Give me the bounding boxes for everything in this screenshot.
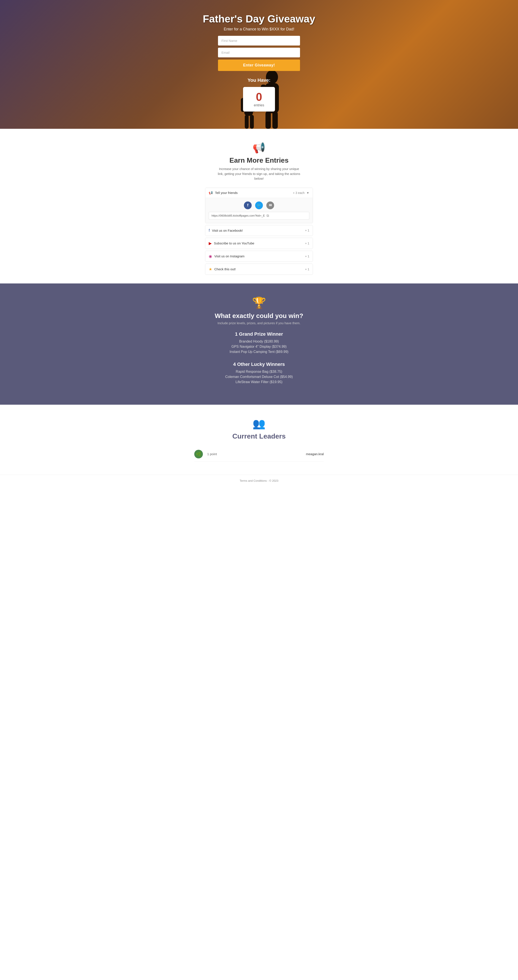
action-check-this-out-header[interactable]: ★ Check this out! + 1 xyxy=(205,264,313,275)
tell-friends-points: + 3 each xyxy=(293,191,304,194)
check-this-out-points: + 1 xyxy=(305,267,309,271)
action-tell-friends: 📢 Tell your friends + 3 each ▼ f 🐦 ✉ htt… xyxy=(205,188,313,223)
leader-avatar-icon: 🌿 xyxy=(196,452,201,457)
you-have-section: You Have: 0 entries xyxy=(243,78,275,111)
action-check-this-out: ★ Check this out! + 1 xyxy=(205,264,313,275)
visit-instagram-label: Visit us on Instagram xyxy=(214,255,245,258)
action-tell-friends-header[interactable]: 📢 Tell your friends + 3 each ▼ xyxy=(205,188,313,198)
prize-title: What exactly could you win? xyxy=(215,312,303,320)
hero-form: Enter Giveaway! xyxy=(218,36,300,71)
twitter-share-icon[interactable]: 🐦 xyxy=(255,202,263,209)
action-subscribe-youtube-header[interactable]: ▶ Subscribe to us on YouTube + 1 xyxy=(205,238,313,249)
action-visit-facebook-header[interactable]: f Visit us on Facebook! + 1 xyxy=(205,225,313,236)
trophy-icon: 🏆 xyxy=(252,296,266,310)
leaders-list: 🌿 1 point meagan.kral xyxy=(194,447,324,461)
entries-label: entries xyxy=(254,103,264,107)
star-icon: ★ xyxy=(209,267,212,272)
share-link-text: https://0608cb85.kickoffpages.com?kid=_E xyxy=(212,214,265,217)
you-have-label: You Have: xyxy=(243,78,275,83)
entries-count: 0 xyxy=(254,91,264,102)
prize-item-4: Rapid Response Bag ($38.75) xyxy=(225,370,293,374)
footer-copyright-year: © 2023 xyxy=(269,479,279,482)
svg-rect-5 xyxy=(273,111,278,129)
subscribe-youtube-label: Subscribe to us on YouTube xyxy=(214,242,254,245)
hero-subtitle: Enter for a Chance to Win $XXX for Dad! xyxy=(223,27,294,32)
tell-friends-expanded: f 🐦 ✉ https://0608cb85.kickoffpages.com?… xyxy=(205,198,313,223)
leaders-section: 👥 Current Leaders 🌿 1 point meagan.kral xyxy=(0,405,518,474)
email-input[interactable] xyxy=(218,48,300,57)
action-visit-instagram-header[interactable]: ◉ Visit us on Instagram + 1 xyxy=(205,251,313,262)
prize-item-5: Coleman Comfortsmart Deluxe Cot ($54.99) xyxy=(225,375,293,379)
share-link-row: https://0608cb85.kickoffpages.com?kid=_E… xyxy=(209,212,309,220)
people-icon: 👥 xyxy=(252,418,266,430)
visit-facebook-label: Visit us on Facebook! xyxy=(212,229,243,232)
other-winners-title: 4 Other Lucky Winners xyxy=(225,361,293,367)
prize-description: Include prize levels, prizes, and pictur… xyxy=(218,321,300,325)
earn-section: 📢 Earn More Entries Increase your chance… xyxy=(0,129,518,283)
leader-name: meagan.kral xyxy=(306,452,324,456)
leaders-title: Current Leaders xyxy=(232,432,285,440)
earn-description: Increase your chance of winning by shari… xyxy=(216,167,302,181)
instagram-icon: ◉ xyxy=(209,254,212,259)
terms-link[interactable]: Terms and Conditions xyxy=(239,479,267,482)
svg-rect-10 xyxy=(245,115,249,129)
actions-list: 📢 Tell your friends + 3 each ▼ f 🐦 ✉ htt… xyxy=(205,188,313,275)
check-this-out-label: Check this out! xyxy=(214,267,236,271)
subscribe-youtube-points: + 1 xyxy=(305,242,309,245)
action-subscribe-youtube: ▶ Subscribe to us on YouTube + 1 xyxy=(205,238,313,249)
grand-prize-title: 1 Grand Prize Winner xyxy=(230,331,288,337)
email-share-icon[interactable]: ✉ xyxy=(266,202,274,209)
visit-facebook-points: + 1 xyxy=(305,229,309,232)
social-share-icons: f 🐦 ✉ xyxy=(209,202,309,209)
grand-prize-group: 1 Grand Prize Winner Branded Hoody ($180… xyxy=(230,331,288,355)
first-name-input[interactable] xyxy=(218,36,300,46)
prize-section: 🏆 What exactly could you win? Include pr… xyxy=(0,283,518,405)
leader-row: 🌿 1 point meagan.kral xyxy=(194,447,324,461)
chevron-down-icon: ▼ xyxy=(306,191,309,194)
earn-title: Earn More Entries xyxy=(230,156,288,164)
hero-section: Father's Day Giveaway Enter for a Chance… xyxy=(0,0,518,129)
visit-instagram-points: + 1 xyxy=(305,255,309,258)
facebook-share-icon[interactable]: f xyxy=(244,202,252,209)
other-winners-group: 4 Other Lucky Winners Rapid Response Bag… xyxy=(225,361,293,385)
prize-item-2: GPS Navigator 4" Display ($374.99) xyxy=(230,345,288,348)
footer-copyright: - xyxy=(268,479,269,482)
leader-points: 1 point xyxy=(207,452,301,456)
facebook-icon: f xyxy=(209,228,210,233)
hero-title: Father's Day Giveaway xyxy=(202,13,315,25)
leader-avatar: 🌿 xyxy=(194,450,203,458)
prize-item-1: Branded Hoody ($180.99) xyxy=(230,339,288,344)
youtube-icon: ▶ xyxy=(209,241,212,246)
tell-friends-label: Tell your friends xyxy=(215,191,237,194)
tell-friends-icon: 📢 xyxy=(209,191,213,195)
footer: Terms and Conditions - © 2023 xyxy=(0,474,518,487)
action-visit-instagram: ◉ Visit us on Instagram + 1 xyxy=(205,251,313,262)
prize-item-6: LifeStraw Water Filter ($19.95) xyxy=(225,380,293,384)
entries-box: 0 entries xyxy=(243,87,275,111)
action-visit-facebook: f Visit us on Facebook! + 1 xyxy=(205,225,313,236)
svg-rect-11 xyxy=(250,115,254,129)
enter-giveaway-button[interactable]: Enter Giveaway! xyxy=(218,59,300,71)
copy-link-icon[interactable]: ⧉ xyxy=(266,214,269,218)
megaphone-icon: 📢 xyxy=(252,142,266,154)
svg-rect-4 xyxy=(266,111,271,129)
prize-item-3: Instant Pop Up Camping Tent ($69.99) xyxy=(230,350,288,354)
